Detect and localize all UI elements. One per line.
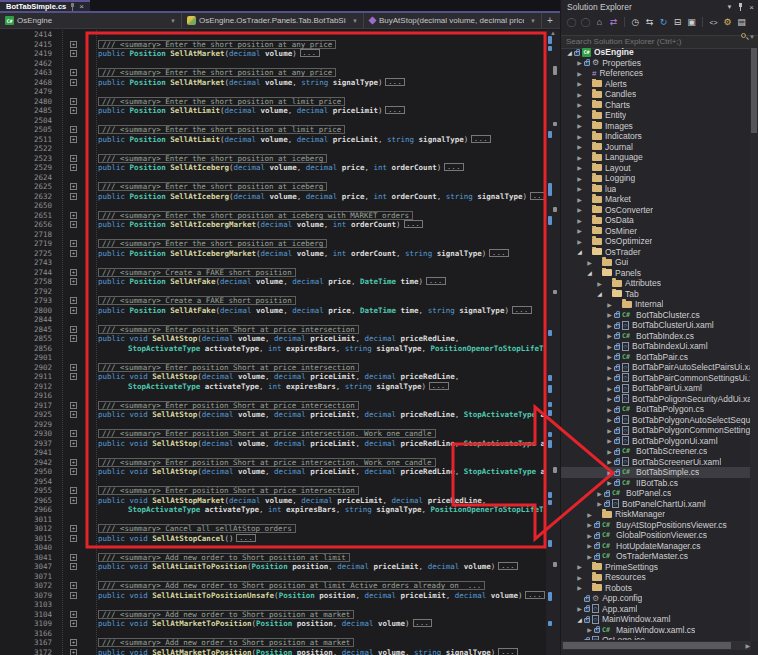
code-line[interactable]: 3103: [0, 600, 546, 610]
collapsed-doc-comment[interactable]: /// <summary> Enter the short position a…: [98, 40, 336, 49]
collapsed-doc-comment[interactable]: /// <summary> Enter the short position a…: [98, 182, 327, 191]
code-line[interactable]: 2719+/// <summary> Enter the short posit…: [0, 239, 546, 249]
code-line[interactable]: 2916: [0, 391, 546, 401]
project-dropdown[interactable]: C# OsEngine ▼: [0, 13, 182, 28]
pin-icon[interactable]: [738, 3, 743, 11]
editor-vertical-scrollbar[interactable]: ▲: [546, 30, 560, 655]
expand-arrow-icon[interactable]: ▶: [585, 553, 594, 560]
expand-arrow-icon[interactable]: ▶: [605, 479, 614, 486]
expand-arrow-icon[interactable]: ▶: [605, 385, 614, 392]
expand-arrow-icon[interactable]: ▶: [605, 406, 614, 413]
collapsed-doc-comment[interactable]: /// <summary> Enter position Short at pr…: [98, 429, 436, 438]
collapsed-body-icon[interactable]: ...: [404, 220, 424, 228]
code-line[interactable]: 2624: [0, 173, 546, 183]
scrollbar-right-arrow-icon[interactable]: ▶: [745, 642, 750, 649]
fold-marker-icon[interactable]: +: [70, 440, 77, 447]
code-line[interactable]: 3172+public void SellAtMarketToPosition(…: [0, 648, 546, 655]
window-position-icon[interactable]: ▼: [726, 4, 732, 10]
code-line[interactable]: 2479: [0, 87, 546, 97]
code-line[interactable]: 2414: [0, 30, 546, 40]
expand-arrow-icon[interactable]: ▶: [605, 469, 614, 476]
tree-item-bottabpaircommonsettingsui-xaml[interactable]: ▶◇BotTabPairCommonSettingsUi.xaml: [561, 373, 751, 384]
member-dropdown[interactable]: BuyAtStop(decimal volume, decimal priceL…: [364, 13, 542, 28]
fold-marker-icon[interactable]: +: [70, 126, 77, 133]
collapsed-doc-comment[interactable]: /// <summary> Enter the short position a…: [98, 211, 413, 220]
tree-item-bottabscreener-cs[interactable]: ▶C#BotTabScreener.cs: [561, 446, 751, 457]
collapsed-doc-comment[interactable]: /// <summary> Create a FAKE short positi…: [98, 268, 296, 277]
code-line[interactable]: 2505+/// <summary> Enter the short posit…: [0, 125, 546, 135]
tree-item-bottabsimple-cs[interactable]: ▶C#BotTabSimple.cs: [561, 467, 751, 478]
collapsed-doc-comment[interactable]: /// <summary> Create a FAKE short positi…: [98, 296, 296, 305]
expand-arrow-icon[interactable]: ▶: [605, 437, 614, 444]
code-line[interactable]: 2800+public Position SellAtFake(decimal …: [0, 306, 546, 316]
collapsed-body-icon[interactable]: ...: [489, 249, 509, 257]
tree-item-osoptimizer[interactable]: ▶OsOptimizer: [561, 236, 751, 247]
expand-arrow-icon[interactable]: ▶: [575, 196, 584, 203]
expand-arrow-icon[interactable]: ▶: [575, 101, 584, 108]
code-line[interactable]: 2632+public Position SellAtIceberg(decim…: [0, 192, 546, 202]
expand-arrow-icon[interactable]: ▶: [585, 521, 594, 528]
expand-arrow-icon[interactable]: ◢: [575, 248, 584, 255]
collapsed-body-icon[interactable]: ...: [413, 619, 433, 627]
code-line[interactable]: 2485+public Position SellAtLimit(decimal…: [0, 106, 546, 116]
code-line[interactable]: 3011: [0, 515, 546, 525]
fold-marker-icon[interactable]: +: [70, 582, 77, 589]
fold-marker-icon[interactable]: +: [70, 411, 77, 418]
code-line[interactable]: 3040: [0, 543, 546, 553]
fold-marker-icon[interactable]: +: [70, 164, 77, 171]
tree-item-bottabpolygon-cs[interactable]: ▶C#BotTabPolygon.cs: [561, 404, 751, 415]
collapsed-body-icon[interactable]: ...: [498, 648, 518, 655]
expand-arrow-icon[interactable]: ▶: [605, 374, 614, 381]
tree-item-osdata[interactable]: ▶OsData: [561, 215, 751, 226]
fold-marker-icon[interactable]: +: [70, 430, 77, 437]
tree-item-properties[interactable]: ▶⚙Properties: [561, 58, 751, 69]
code-line[interactable]: 2845+/// <summary> Enter position Short …: [0, 325, 546, 335]
collapsed-doc-comment[interactable]: /// <summary> Add new order to Short pos…: [98, 638, 354, 647]
fold-marker-icon[interactable]: +: [70, 212, 77, 219]
expand-arrow-icon[interactable]: ▶: [605, 364, 614, 371]
fold-marker-icon[interactable]: +: [70, 563, 77, 570]
fold-marker-icon[interactable]: +: [70, 79, 77, 86]
fold-marker-icon[interactable]: +: [70, 592, 77, 599]
code-line[interactable]: 2950+public void SellAtStop(decimal volu…: [0, 467, 546, 477]
collapsed-doc-comment[interactable]: /// <summary> Enter position Short at pr…: [98, 486, 359, 495]
code-line[interactable]: 2758+public Position SellAtFake(decimal …: [0, 277, 546, 287]
tree-item-gui[interactable]: ▶Gui: [561, 257, 751, 268]
switch-views-button-icon[interactable]: ⇆: [643, 16, 656, 29]
expand-arrow-icon[interactable]: ▶: [605, 458, 614, 465]
tree-item-resources[interactable]: ▶Resources: [561, 572, 751, 583]
tree-item-ostradermaster-cs[interactable]: ▶C#OsTraderMaster.cs: [561, 551, 751, 562]
collapsed-body-icon[interactable]: ...: [385, 106, 405, 114]
expand-arrow-icon[interactable]: ▶: [575, 91, 584, 98]
code-line[interactable]: 3104+/// <summary> Add new order to Shor…: [0, 610, 546, 620]
code-line[interactable]: 2744+/// <summary> Create a FAKE short p…: [0, 268, 546, 278]
expand-arrow-icon[interactable]: ▶: [575, 217, 584, 224]
tree-item-hotupdatemanager-cs[interactable]: ▶C#HotUpdateManager.cs: [561, 541, 751, 552]
collapsed-body-icon[interactable]: ...: [236, 534, 256, 542]
tree-item-robots[interactable]: ▶Robots: [561, 583, 751, 594]
tree-item-bottabclusterui-xaml[interactable]: ▶◇BotTabClusterUi.xaml: [561, 320, 751, 331]
fold-marker-icon[interactable]: +: [70, 326, 77, 333]
tree-item-oslogo-ico[interactable]: ▨OsLogo.ico: [561, 635, 751, 640]
collapsed-body-icon[interactable]: ...: [530, 192, 546, 200]
fold-marker-icon[interactable]: +: [70, 525, 77, 532]
scrollbar-thumb[interactable]: [751, 48, 757, 133]
code-line[interactable]: 2743: [0, 258, 546, 268]
collapsed-body-icon[interactable]: ...: [498, 562, 518, 570]
tab-close-icon[interactable]: ×: [79, 2, 84, 11]
tree-item-layout[interactable]: ▶Layout: [561, 163, 751, 174]
collapsed-doc-comment[interactable]: /// <summary> Enter position Short at pr…: [98, 401, 359, 410]
code-line[interactable]: 2917+/// <summary> Enter position Short …: [0, 401, 546, 411]
tree-item-botpanelchartui-xaml[interactable]: ▶◇BotPanelChartUi.xaml: [561, 499, 751, 510]
code-line[interactable]: 2656+public Position SellAtIcebergMarket…: [0, 220, 546, 230]
expand-arrow-icon[interactable]: ▶: [575, 206, 584, 213]
expand-arrow-icon[interactable]: ◢: [585, 269, 594, 276]
add-view-button[interactable]: +: [542, 13, 558, 28]
fold-marker-icon[interactable]: +: [70, 297, 77, 304]
code-line[interactable]: 2480+/// <summary> Enter the short posit…: [0, 97, 546, 107]
code-line[interactable]: 2965+public void SellAtStopMarket(decima…: [0, 496, 546, 506]
code-line[interactable]: 2902+/// <summary> Enter position Short …: [0, 363, 546, 373]
expand-arrow-icon[interactable]: ▶: [575, 584, 584, 591]
tree-item-ostrader[interactable]: ◢OsTrader: [561, 247, 751, 258]
code-line[interactable]: 2911+public void SellAtStop(decimal volu…: [0, 372, 546, 382]
